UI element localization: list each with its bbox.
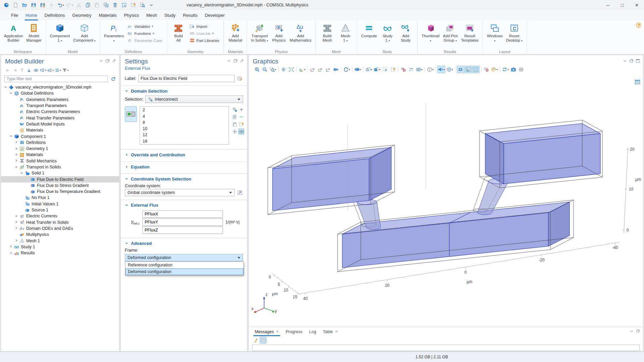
nav-up-button[interactable] (18, 67, 25, 73)
g-unhide-button[interactable] (407, 66, 415, 73)
ribbon-button-add-study[interactable]: AddStudy (397, 22, 415, 43)
qat-comsol-logo-button[interactable] (2, 1, 10, 9)
go-to-source-button[interactable] (237, 190, 243, 196)
ribbon-button-windows[interactable]: Windows▾ (485, 22, 504, 44)
model-builder-panel-pin-button[interactable] (111, 58, 116, 64)
active-toggle-button[interactable] (125, 106, 137, 122)
domain-list-item[interactable]: 16 (140, 138, 229, 145)
qat-save-button[interactable] (29, 1, 38, 9)
dock-tab-table[interactable]: Table✕ (319, 327, 341, 336)
section-override[interactable]: Override and Contribution (121, 150, 247, 159)
g-transp-button[interactable]: ▾ (437, 66, 445, 73)
g-hide-button[interactable] (400, 66, 407, 73)
g-view-xz-button[interactable]: xz (325, 66, 332, 73)
section-external-flux[interactable]: External Flux (121, 200, 247, 210)
model-builder-panel-caret-button[interactable] (99, 58, 104, 64)
tree-item-solid-mechanics[interactable]: Solid Mechanics (1, 158, 119, 164)
qat-delete-button[interactable] (111, 1, 119, 9)
menu-tab-mesh[interactable]: Mesh (143, 10, 161, 20)
section-coordinate-system[interactable]: Coordinate System Selection (121, 174, 247, 184)
graphics-panel-max-button[interactable] (635, 58, 640, 64)
external-flux-field-y[interactable] (142, 218, 223, 226)
g-print-button[interactable] (517, 66, 525, 73)
menu-tab-definitions[interactable]: Definitions (41, 10, 69, 20)
chevron-closed-icon[interactable] (14, 214, 19, 218)
qat-redo-button[interactable]: ▾ (65, 1, 74, 9)
zoom-sel-button[interactable] (232, 128, 238, 135)
maximize-button[interactable]: □ (615, 0, 630, 10)
domain-list-item[interactable]: 8 (140, 119, 229, 126)
tree-item-flux-due-to-temperature-gradient[interactable]: Flux Due to Temperature Gradient (1, 189, 119, 195)
expand-all-button[interactable]: ▾ (40, 67, 47, 73)
dock-panel-caret-button[interactable] (629, 329, 634, 334)
ribbon-button-model-manager[interactable]: ModelManager (24, 22, 43, 43)
collapse-all-button[interactable]: ▾ (47, 67, 54, 73)
selection-dropdown[interactable]: Interconnect (145, 96, 243, 103)
frame-select[interactable]: Deformed configuration (125, 254, 243, 261)
g-view-yz-button[interactable]: yz (317, 66, 324, 73)
show-eye-button[interactable] (238, 128, 244, 135)
qat-duplicate-button[interactable] (102, 1, 110, 9)
frame-option-deformed-configuration[interactable]: Deformed configuration (126, 268, 243, 275)
qat-select-frame-button[interactable] (120, 1, 128, 9)
chevron-closed-icon[interactable] (14, 226, 19, 230)
tree-item-mesh-1[interactable]: Mesh 1 (1, 238, 119, 244)
dock-tab-messages[interactable]: Messages✕ (251, 327, 282, 336)
chevron-open-icon[interactable] (9, 134, 13, 139)
chevron-closed-icon[interactable] (14, 159, 19, 163)
menu-tab-materials[interactable]: Materials (95, 10, 120, 20)
external-flux-field-z[interactable] (142, 226, 223, 234)
chevron-closed-icon[interactable] (14, 239, 19, 243)
domain-list-item[interactable]: 10 (140, 126, 229, 132)
ribbon-button-reset-desktop[interactable]: CResetDesktop ▾ (504, 22, 524, 44)
ribbon-button-parameter-case[interactable]: PiParameter Case (126, 37, 164, 44)
ribbon-button-livelink[interactable]: LiveLink▾ (188, 30, 220, 37)
ribbon-button-app-builder[interactable]: AApplicationBuilder (2, 22, 24, 43)
menu-tab-file[interactable]: File (7, 10, 22, 20)
chevron-closed-icon[interactable] (14, 153, 19, 157)
rename-button[interactable] (237, 75, 243, 82)
menu-tab-home[interactable]: Home (22, 10, 41, 20)
mail-button[interactable] (260, 337, 266, 344)
graphics-panel-caret-button[interactable] (623, 58, 628, 64)
g-grid-button[interactable] (472, 66, 480, 73)
close-button[interactable]: ✕ (630, 0, 644, 10)
g-rotate-button[interactable]: ▾ (343, 66, 351, 73)
ribbon-button-build-all[interactable]: BuildAll (169, 22, 188, 43)
tree-item-materials[interactable]: Materials (1, 127, 119, 133)
section-domain-selection[interactable]: Domain Selection (121, 86, 247, 96)
g-deselbox-button[interactable]: ▾ (373, 66, 381, 73)
coordinate-system-select[interactable]: Global coordinate system (125, 189, 235, 196)
filter-button[interactable]: ▾ (62, 67, 69, 73)
ribbon-button-import[interactable]: Import (188, 23, 220, 30)
nav-down-button[interactable] (26, 67, 32, 73)
qat-open-file-button[interactable] (20, 1, 29, 9)
g-center-button[interactable] (280, 66, 287, 73)
copy-list-button[interactable] (232, 114, 238, 120)
g-axis-button[interactable]: ▾ (298, 66, 306, 73)
close-tab-icon[interactable]: ✕ (276, 329, 279, 334)
dock-panel-float-button[interactable] (636, 329, 640, 334)
g-zoom-out-button[interactable] (261, 66, 268, 73)
tree-item-default-model-inputs[interactable]: Default Model Inputs (1, 121, 119, 127)
ribbon-button-mesh1[interactable]: Mesh1 ▾ (336, 22, 354, 44)
tree-item-study-1[interactable]: Study 1 (1, 244, 119, 250)
g-scene-button[interactable]: ▾ (446, 66, 454, 73)
ribbon-button-compute[interactable]: Compute (359, 22, 379, 39)
ribbon-button-add-math[interactable]: ΔuAddMathematics (288, 22, 313, 43)
ribbon-button-study[interactable]: Study1 ▾ (379, 22, 397, 44)
domain-list-item[interactable]: 4 (140, 113, 229, 120)
ribbon-button-add-component[interactable]: AddComponent ▾ (71, 22, 97, 44)
qat-new-file-button[interactable] (11, 1, 19, 9)
g-fit-button[interactable] (288, 66, 295, 73)
g-palette-button[interactable]: ▾ (490, 66, 498, 73)
frame-option-reference-configuration[interactable]: Reference configuration (126, 262, 243, 268)
chevron-closed-icon[interactable] (9, 245, 13, 249)
chain-sel-button[interactable] (232, 106, 238, 112)
qat-copy-button[interactable] (84, 1, 92, 9)
nav-fwd-button[interactable] (11, 67, 18, 73)
menu-tab-study[interactable]: Study (161, 10, 179, 20)
tree-item-flux-due-to-electric-field[interactable]: Flux Due to Electric Field (1, 176, 119, 182)
tree-item-transport-in-solids[interactable]: Transport in Solids (1, 164, 119, 170)
tree-item-multiphysics[interactable]: Multiphysics (1, 231, 119, 238)
